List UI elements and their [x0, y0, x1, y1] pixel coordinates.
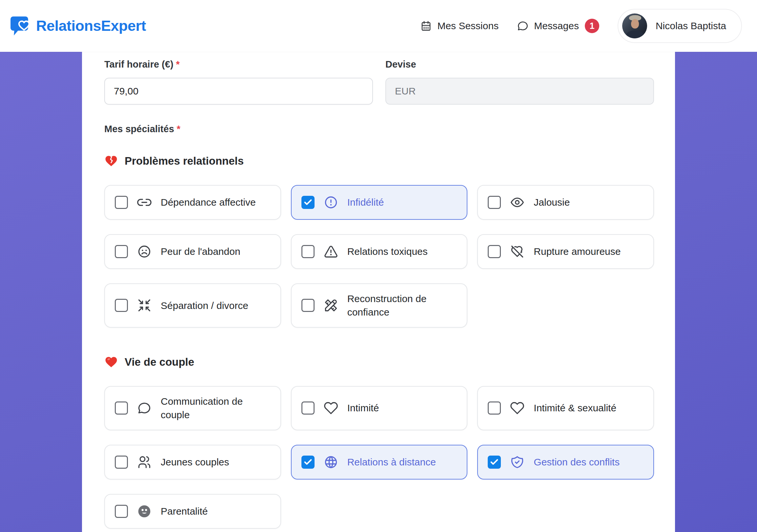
specialty-checkbox-card[interactable]: Jalousie [477, 185, 654, 220]
specialty-label: Intimité [347, 401, 379, 415]
specialty-checkbox-card[interactable]: Rupture amoureuse [477, 234, 654, 269]
nav-sessions-label: Mes Sessions [437, 20, 499, 32]
specialty-checkbox-card[interactable]: Relations toxiques [291, 234, 468, 269]
specialty-label: Séparation / divorce [161, 299, 248, 312]
specialty-checkbox-card[interactable]: Dépendance affective [104, 185, 281, 220]
required-asterisk: * [177, 124, 180, 134]
checkbox[interactable] [115, 401, 128, 415]
profile-form-card: Tarif horaire (€)* Devise Mes spécialité… [82, 52, 675, 532]
alert-circle-icon [324, 195, 338, 210]
nav-messages[interactable]: Messages 1 [517, 19, 599, 33]
users-icon [137, 455, 152, 469]
checkbox[interactable] [301, 456, 315, 469]
specialty-checkbox-card[interactable]: Relations à distance [291, 445, 468, 480]
checkbox[interactable] [301, 299, 315, 312]
section-title: Problèmes relationnels [125, 155, 244, 167]
messages-unread-badge: 1 [585, 19, 599, 33]
warning-triangle-icon [324, 244, 338, 259]
required-asterisk: * [176, 59, 180, 70]
checkbox[interactable] [115, 245, 128, 258]
shield-check-icon [510, 455, 525, 469]
section-heading: Problèmes relationnels [104, 154, 654, 168]
specialty-checkbox-card[interactable]: Intimité & sexualité [477, 386, 654, 430]
currency-field: Devise [385, 59, 654, 104]
hourly-rate-field: Tarif horaire (€)* [104, 59, 373, 104]
brand-name: RelationsExpert [36, 17, 146, 34]
specialty-label: Dépendance affective [161, 195, 256, 209]
checkbox[interactable] [301, 196, 315, 209]
specialty-checkbox-card[interactable]: Parentalité [104, 494, 281, 529]
specialty-label: Jalousie [534, 195, 570, 209]
specialty-label: Peur de l'abandon [161, 245, 240, 258]
checkbox[interactable] [115, 505, 128, 518]
checkbox[interactable] [115, 299, 128, 312]
specialty-checkbox-card[interactable]: Communication de couple [104, 386, 281, 430]
specialty-label: Parentalité [161, 504, 208, 518]
currency-input [385, 78, 654, 104]
specialty-label: Infidélité [347, 195, 384, 209]
chat-bubble-icon [517, 20, 529, 32]
checkbox[interactable] [488, 245, 501, 258]
red-heart-icon [104, 355, 118, 369]
link-icon [137, 195, 152, 210]
checkbox[interactable] [488, 401, 501, 415]
avatar [622, 14, 647, 38]
specialty-section: Problèmes relationnels Dépendance affect… [104, 154, 654, 328]
heart-icon [324, 401, 338, 415]
specialty-checkbox-card[interactable]: Gestion des conflits [477, 445, 654, 480]
chat-bubble-icon [137, 401, 152, 415]
specialty-label: Gestion des conflits [534, 455, 620, 469]
specialty-label: Jeunes couples [161, 455, 229, 469]
hourly-rate-input[interactable] [104, 78, 373, 104]
brand-logo[interactable]: RelationsExpert [10, 15, 146, 37]
specialty-label: Rupture amoureuse [534, 245, 621, 258]
specialty-checkbox-card[interactable]: Infidélité [291, 185, 468, 220]
app-header: RelationsExpert Mes Sessions Messages 1 … [0, 0, 757, 52]
checkbox[interactable] [488, 196, 501, 209]
checkbox[interactable] [488, 456, 501, 469]
specialty-label: Relations toxiques [347, 245, 428, 258]
specialty-label: Reconstruction de confiance [347, 292, 457, 319]
section-heading: Vie de couple [104, 355, 654, 369]
heart-icon [510, 401, 525, 415]
checkbox[interactable] [301, 245, 315, 258]
specialty-checkbox-card[interactable]: Reconstruction de confiance [291, 283, 468, 328]
baby-icon [137, 504, 152, 518]
calendar-icon [420, 20, 432, 32]
specialty-grid: Communication de couple Intimité Intimit… [104, 386, 654, 529]
sad-face-icon [137, 244, 152, 259]
heart-off-icon [510, 244, 525, 259]
user-menu[interactable]: Nicolas Baptista [618, 9, 742, 43]
section-title: Vie de couple [125, 356, 194, 368]
specialty-label: Relations à distance [347, 455, 436, 469]
specialties-sections: Problèmes relationnels Dépendance affect… [104, 154, 654, 529]
user-name: Nicolas Baptista [656, 20, 726, 32]
broken-heart-icon [104, 154, 118, 168]
specialty-section: Vie de couple Communication de couple In… [104, 355, 654, 529]
checkbox[interactable] [301, 401, 315, 415]
nav-sessions[interactable]: Mes Sessions [420, 20, 499, 32]
rate-fields: Tarif horaire (€)* Devise [104, 59, 654, 104]
tools-icon [324, 298, 338, 312]
eye-icon [510, 195, 525, 210]
specialty-checkbox-card[interactable]: Séparation / divorce [104, 283, 281, 328]
specialty-checkbox-card[interactable]: Intimité [291, 386, 468, 430]
specialty-checkbox-card[interactable]: Peur de l'abandon [104, 234, 281, 269]
chat-heart-logo-icon [10, 15, 32, 37]
nav-messages-label: Messages [534, 20, 579, 32]
specialties-label: Mes spécialités* [104, 124, 654, 134]
currency-label: Devise [385, 59, 654, 70]
specialty-checkbox-card[interactable]: Jeunes couples [104, 445, 281, 480]
checkbox[interactable] [115, 456, 128, 469]
globe-icon [324, 455, 338, 469]
specialty-label: Communication de couple [161, 395, 271, 422]
hourly-rate-label: Tarif horaire (€)* [104, 59, 373, 70]
specialty-grid: Dépendance affective Infidélité Jalousie… [104, 185, 654, 328]
checkbox[interactable] [115, 196, 128, 209]
specialty-label: Intimité & sexualité [534, 401, 616, 415]
page-background: Tarif horaire (€)* Devise Mes spécialité… [0, 52, 757, 532]
arrows-minimize-icon [137, 298, 152, 312]
